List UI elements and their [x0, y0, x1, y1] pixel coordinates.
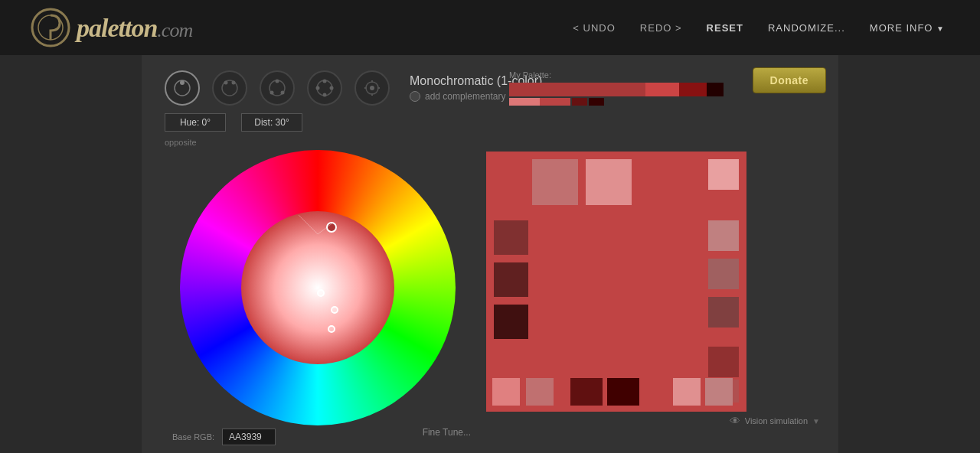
swatch-mid-left-1	[494, 220, 528, 255]
strip2-color-2	[540, 98, 570, 106]
strip-color-3	[679, 83, 707, 96]
reset-button[interactable]: RESET	[702, 19, 748, 37]
palette-type-mono[interactable]	[165, 70, 200, 106]
palette-preview	[486, 152, 746, 412]
swatch-mid-left-3	[494, 305, 528, 339]
logo-icon	[31, 8, 70, 47]
more-info-button[interactable]: MORE INFO ▼	[865, 19, 949, 37]
strip-color-1	[509, 83, 645, 96]
swatch-mid-right-1	[708, 220, 739, 251]
swatch-mid-right-3	[708, 297, 739, 328]
palette-type-adjacent[interactable]	[212, 70, 247, 106]
svg-point-10	[281, 91, 285, 95]
strip-color-4	[707, 83, 724, 96]
nav: < UNDO REDO > RESET RANDOMIZE... MORE IN…	[568, 19, 949, 37]
color-wheel-area: Hue: 0° Dist: 30° opposite	[142, 113, 838, 453]
palette-strip	[509, 83, 724, 96]
svg-point-3	[180, 80, 185, 85]
hue-control[interactable]: Hue: 0°	[165, 113, 226, 132]
secondary-marker-1[interactable]	[317, 289, 325, 297]
swatch-top-mid-1	[532, 159, 578, 205]
swatch-bottom-6	[705, 378, 733, 406]
header: paletton.com < UNDO REDO > RESET RANDOMI…	[0, 0, 980, 55]
swatch-bottom-2	[526, 378, 554, 406]
my-palette-area: My Palette:	[509, 70, 716, 106]
swatch-mid-left-2	[494, 262, 528, 297]
logo-area: paletton.com	[31, 8, 568, 47]
opposite-label: opposite	[157, 138, 479, 147]
palette-controls: Monochromatic (1-color) add complementar…	[142, 55, 838, 113]
main-color-marker[interactable]	[326, 222, 337, 233]
donate-button[interactable]: Donate	[753, 67, 826, 93]
secondary-marker-3[interactable]	[328, 325, 335, 333]
triadic-icon	[266, 77, 288, 99]
svg-point-5	[224, 81, 228, 85]
base-rgb-input[interactable]	[222, 429, 276, 445]
logo-text: paletton.com	[77, 11, 192, 44]
vision-sim-arrow: ▼	[812, 417, 820, 425]
hue-dist-controls: Hue: 0° Dist: 30°	[157, 113, 479, 132]
strip-color-2	[645, 83, 679, 96]
dist-control[interactable]: Dist: 30°	[241, 113, 302, 132]
color-wheel-container[interactable]	[180, 150, 456, 425]
redo-button[interactable]: REDO >	[635, 19, 687, 37]
add-complementary-label: add complementary	[425, 91, 505, 102]
swatch-top-right-1	[708, 159, 739, 190]
svg-point-13	[330, 86, 334, 90]
svg-point-8	[276, 80, 279, 83]
swatch-bottom-1	[492, 378, 520, 406]
vision-simulation[interactable]: 👁 Vision simulation ▼	[486, 415, 823, 427]
secondary-marker-2[interactable]	[331, 306, 338, 314]
svg-point-17	[370, 86, 374, 90]
palette-strip-2	[509, 98, 724, 106]
eye-icon: 👁	[730, 415, 740, 427]
wheel-center	[241, 211, 394, 364]
color-wheel[interactable]	[180, 150, 456, 425]
right-panel: 👁 Vision simulation ▼	[486, 144, 823, 453]
my-palette-label: My Palette:	[509, 70, 716, 80]
svg-point-12	[323, 80, 327, 83]
fine-tune-link[interactable]: Fine Tune...	[423, 427, 471, 438]
settings-icon	[361, 77, 383, 99]
mono-icon	[172, 77, 193, 99]
strip2-color-3	[572, 98, 587, 106]
swatch-bottom-3	[570, 378, 603, 406]
more-info-arrow: ▼	[936, 24, 945, 33]
swatch-mid-right-2	[708, 259, 739, 289]
base-rgb-label: Base RGB:	[172, 432, 214, 442]
vision-sim-label: Vision simulation	[745, 416, 808, 425]
add-comp-icon	[410, 91, 420, 102]
svg-point-14	[323, 93, 327, 97]
palette-type-settings[interactable]	[354, 70, 390, 106]
svg-point-15	[316, 86, 320, 90]
swatch-top-mid-2	[586, 159, 632, 205]
main-content: Donate	[142, 55, 838, 453]
strip2-color-4	[589, 98, 604, 106]
left-panel: Hue: 0° Dist: 30° opposite	[157, 113, 479, 453]
svg-point-9	[270, 91, 274, 95]
undo-button[interactable]: < UNDO	[568, 19, 619, 37]
randomize-button[interactable]: RANDOMIZE...	[763, 19, 850, 37]
palette-type-tetradic[interactable]	[307, 70, 342, 106]
palette-type-triadic[interactable]	[260, 70, 295, 106]
adjacent-icon	[219, 77, 240, 99]
swatch-bottom-4	[607, 378, 639, 406]
swatch-lower-right-1	[708, 347, 739, 377]
strip2-color-1	[509, 98, 540, 106]
svg-point-6	[232, 81, 236, 85]
tetradic-icon	[314, 77, 335, 99]
swatch-bottom-5	[673, 378, 701, 406]
